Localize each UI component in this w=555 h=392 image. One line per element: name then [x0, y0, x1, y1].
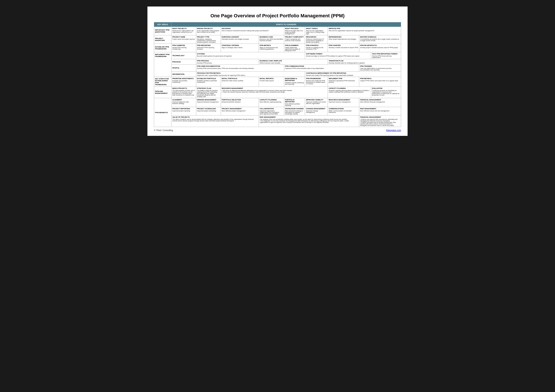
header-points: POINTS TO CONSIDER	[171, 22, 401, 27]
implement-people-row: PEOPLE PPM USER DOCUMENTATION Develop PP…	[154, 65, 401, 72]
ks-ppm-framework: PPM FRAMEWORK Review and modify the PPM …	[305, 77, 328, 87]
ppm-benefits-row3: VALUE OF PROJECTS The value of projects …	[154, 116, 401, 127]
ppm-user-doc-cell: PPM USER DOCUMENTATION Develop PPM commu…	[196, 65, 284, 72]
ppm-comms-cell: PPM COMMUNICATIONS Implement PPM communi…	[284, 65, 359, 72]
ep-artefacts: PPM PM ARTEFACTS Develop project mandate…	[359, 44, 401, 52]
pm-strategic-plan: STRATEGIC PLAN The ability to align the …	[196, 87, 221, 98]
pi-project-type: PROJECT TYPE Mandatory, regulatory, main…	[196, 35, 221, 44]
ep-strategic-criteria: STRATEGIC CRITERIA Align on strategic va…	[221, 44, 259, 52]
pb2-communications: COMMUNICATIONS Better communication of s…	[328, 107, 359, 116]
cell-right-projects: RIGHT PROJECTS What are the "right proje…	[171, 27, 196, 35]
pb2-change-mgmt: CHANGE MANAGEMENT Improved Change manage…	[305, 107, 328, 116]
pb1-resource-mgmt: RESOURCE MANAGEMENT Improved resource ma…	[328, 98, 359, 107]
software-format-cell: SOFTWARE FORMAT Decide and align on form…	[305, 52, 371, 59]
pipeline-row: PIPELINE MANAGEMENT WHICH PROJECTS The d…	[154, 87, 401, 98]
cell-decisions: DECISIONS How to improve investment deci…	[221, 27, 284, 35]
ppm-benefits-row1: PPM BENEFITS ALIGNMENT Improved alignmen…	[154, 98, 401, 107]
important-ppm-label: IMPORTANT PPM QUESTIONS	[154, 27, 171, 35]
ks-prioritise: PRIORITISE INVESTMENTS Evaluate and prio…	[171, 77, 196, 87]
pb1-alignment: ALIGNMENT Improved alignment with busine…	[171, 98, 196, 107]
pi-duration-budget: DURATION & BUDGET Estimated duration and…	[221, 35, 259, 44]
pb1-capacity-planning: CAPACITY PLANNING More effective capacit…	[259, 98, 284, 107]
ep-commitee: PPM COMMITEE Decide PPM steering members…	[171, 44, 196, 52]
ppm-benefits-row2: PROJECT REPORTING Improved project repor…	[154, 107, 401, 116]
cell-wrong-projects: WRONG PROJECTS Is the organisation doing…	[196, 27, 221, 35]
ks-initial-portfolio: INITIAL PORTFOLIO Determine initial 'act…	[221, 77, 259, 87]
continuous-improvement-cell: CONTINUOUS IMPROVEMENT OF PPM REPORTING …	[305, 72, 401, 77]
pm-evaluation: EVALUATION Continuous process of evaluat…	[371, 87, 401, 98]
pm-capacity-planning: CAPACITY PLANNING Proactive capacity pla…	[328, 87, 371, 98]
ppm-benefits-label: PPM BENEFITS	[154, 98, 171, 127]
main-table: KEY AREAS POINTS TO CONSIDER IMPORTANT P…	[154, 22, 401, 127]
pb2-project-reporting: PROJECT REPORTING Improved project repor…	[171, 107, 196, 116]
implement-information-row: INFORMATION PROCESS FOR PPM METRICS Impl…	[154, 72, 401, 77]
ks-monitoring: MONITORING & REPORTING Establish regular…	[284, 77, 305, 87]
pb1-demand-mgmt: DEMAND MANAGEMENT Improved demand manage…	[196, 98, 221, 107]
business-case-template-cell: BUSINESS CASE TEMPLATE Define business c…	[259, 59, 328, 65]
transition-plan-cell: TRANSITION PLAN Develop transition plan …	[328, 59, 401, 65]
pb1-portfolio-reporting: PORTFOLIO REPORTING More efficient portf…	[284, 98, 305, 107]
people-label: PEOPLE	[171, 65, 196, 72]
ks-establish-portfolio: ESTABLISH PORTFOLIO Establish portfolio …	[196, 77, 221, 87]
pb1-financial-mgmt: FINANCIAL MANAGEMENT More effective fina…	[359, 98, 401, 107]
pi-project-name: PROJECT NAME Project name and project sp…	[171, 35, 196, 44]
pi-business-case: BUSINESS CASE Business case (ROI) and id…	[259, 35, 284, 44]
header-key-areas: KEY AREAS	[154, 22, 171, 27]
pipeline-label: PIPELINE MANAGEMENT	[154, 87, 171, 98]
ks-ppm-metrics: PPM METRICS Capture PPM metrics and repo…	[359, 77, 401, 87]
implement-technology-row: IMPLEMENT PPM FRAMEWORK TECHNOLOGY SYSTE…	[154, 52, 401, 59]
process-ppm-metrics-cell: PROCESS FOR PPM METRICS Implement roles,…	[196, 72, 305, 77]
ep-charter: PPM CHARTER Develop a charter document t…	[328, 44, 359, 52]
pb1-visibility: IMPROVED VISIBILITY Improved visibility …	[305, 98, 328, 107]
ep-alignment: PPM ALIGNMENT Obtain leadership agreemen…	[284, 44, 305, 52]
pb3-risk-mgmt: RISK MANAGEMENT • An analysis of the ris…	[259, 116, 359, 127]
establish-ppm-row: ESTABLISH PPM FRAMEWORK PPM COMMITEE Dec…	[154, 44, 401, 52]
key-steps-row: KEY STEPS FOR ESTABLISHING PPM FRAMEWORK…	[154, 77, 401, 87]
implement-process-row: PROCESS PPM PROCESS Develop PPM process …	[154, 59, 401, 65]
establish-ppm-label: ESTABLISH PPM FRAMEWORK	[154, 44, 171, 52]
important-ppm-row: IMPORTANT PPM QUESTIONS RIGHT PROJECTS W…	[154, 27, 401, 35]
pi-master-schedule: MASTER SCHEDULE Consolidating all projec…	[359, 35, 401, 44]
information-label: INFORMATION	[171, 72, 196, 77]
test-ppm-cell: TEST PPM REPORTING FORMAT Test the PPM f…	[371, 52, 401, 59]
footer-link[interactable]: Kigospace.com	[386, 129, 401, 131]
page-container: One Page Overview of Project Portfolio M…	[147, 7, 408, 136]
project-inventory-label: PROJECT INVENTORY	[154, 35, 171, 44]
technology-label: TECHNOLOGY	[171, 52, 196, 59]
pb3-value-projects: VALUE OF PROJECTS The value of projects …	[171, 116, 259, 127]
cell-right-process: RIGHT PROCESS What is the right way to d…	[284, 27, 305, 35]
pi-dependencies: DEPENDENCIES Other project dependencies …	[328, 35, 359, 44]
implement-ppm-label: IMPLEMENT PPM FRAMEWORK	[154, 52, 171, 77]
pi-resources: RESOURCES Resource requirements (IT and …	[305, 35, 328, 44]
process-label: PROCESS	[171, 59, 196, 65]
pb2-project-mgmt: PROJECT MANAGEMENT More effective projec…	[221, 107, 259, 116]
cell-right-things: RIGHT THINGS How can the organisation ma…	[305, 27, 328, 35]
pb2-project-scheduling: PROJECT SCHEDULING Improved project sche…	[196, 107, 221, 116]
ep-strategy: PPM STRATEGY Decide on strategy for the …	[305, 44, 328, 52]
ppm-training-cell: PPM TRAINING Train key stakeholders on g…	[359, 65, 401, 72]
ep-reporting: PPM REPORTING Determine PPM reporting st…	[196, 44, 221, 52]
systems-cell: SYSTEMS Buy and install systems for gove…	[196, 52, 305, 59]
pb2-risk-mgmt: RISK MANAGEMENT More effective issues an…	[359, 107, 401, 116]
ks-implement-ppm: IMPLEMENT PPM Implement operational PPM …	[328, 77, 359, 87]
cell-improve-ppm: IMPROVE PPM How can the organisation imp…	[328, 27, 401, 35]
pb2-knowledge-sharing: KNOWLEDGE SHARING More structured sharin…	[284, 107, 305, 116]
pm-resource-mgmt: RESOURCE MANAGEMENT • The focus on effic…	[221, 87, 328, 98]
footer-copyright: © Third i Consulting	[154, 129, 173, 131]
project-inventory-row: PROJECT INVENTORY PROJECT NAME Project n…	[154, 35, 401, 44]
ks-initial-reports: INITIAL REPORTS Provide initial reports	[259, 77, 284, 87]
key-steps-label: KEY STEPS FOR ESTABLISHING PPM FRAMEWORK	[154, 77, 171, 87]
pm-which-projects: WHICH PROJECTS The determination of whic…	[171, 87, 196, 98]
pi-project-complexity: PROJECT COMPLEXITY Project complexity an…	[284, 35, 305, 44]
table-header-row: KEY AREAS POINTS TO CONSIDER	[154, 22, 401, 27]
ep-metrics: PPM METRICS Align on measurement and mon…	[259, 44, 284, 52]
pb1-portfolio-selection: PORTFOLIO SELECTION Enhanced portfolio s…	[221, 98, 259, 107]
pb2-collaboration: COLLABORATION Improved organisation coll…	[259, 107, 284, 116]
ppm-process-cell: PPM PROCESS Develop PPM process	[196, 59, 259, 65]
footer: © Third i Consulting Kigospace.com	[154, 129, 401, 131]
page-title: One Page Overview of Project Portfolio M…	[154, 13, 401, 19]
pb3-financial-mgmt: FINANCIAL MANAGEMENT • Finance can impro…	[359, 116, 401, 127]
